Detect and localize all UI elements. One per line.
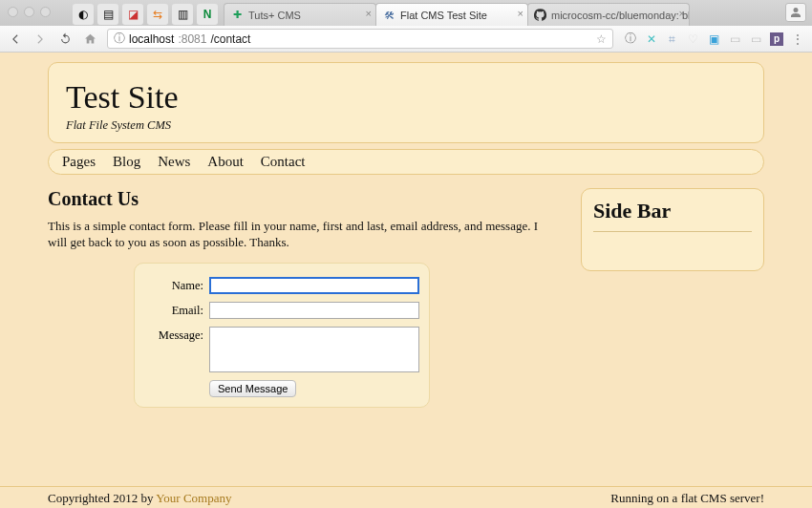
tab-github[interactable]: microcosm-cc/bluemonday: bl × bbox=[527, 3, 690, 26]
tab-tuts-cms[interactable]: ✚ Tuts+ CMS × bbox=[224, 3, 376, 26]
tab-label: microcosm-cc/bluemonday: bl bbox=[551, 10, 690, 21]
label-message: Message: bbox=[144, 327, 203, 343]
traffic-light-close[interactable] bbox=[8, 7, 18, 17]
sidebar-heading: Side Bar bbox=[593, 199, 752, 223]
bookmark-star-icon[interactable]: ☆ bbox=[596, 32, 607, 46]
url-port: :8081 bbox=[178, 32, 206, 46]
tab-flat-cms[interactable]: 🛠 Flat CMS Test Site × bbox=[375, 3, 528, 26]
profile-button[interactable] bbox=[785, 3, 806, 22]
footer: Copyrighted 2012 by Your Company Running… bbox=[0, 486, 812, 508]
home-icon bbox=[84, 32, 96, 45]
divider bbox=[593, 231, 752, 232]
ext-icon-1[interactable]: ⓘ bbox=[623, 32, 637, 46]
message-field[interactable] bbox=[209, 327, 419, 372]
nav-item-contact[interactable]: Contact bbox=[261, 154, 306, 170]
site-header: Test Site Flat File System CMS bbox=[48, 62, 764, 143]
tab-label: Flat CMS Test Site bbox=[400, 10, 487, 21]
pinned-tab-6[interactable]: N bbox=[197, 4, 218, 25]
url-host: localhost bbox=[129, 32, 174, 46]
traffic-light-minimize[interactable] bbox=[24, 7, 34, 17]
ext-icon-6[interactable]: ▭ bbox=[728, 32, 742, 46]
user-icon bbox=[790, 7, 801, 18]
label-email: Email: bbox=[144, 302, 203, 318]
forward-button[interactable] bbox=[32, 32, 48, 47]
pinned-tab-1[interactable]: ◐ bbox=[73, 4, 94, 25]
nav-item-news[interactable]: News bbox=[158, 154, 190, 170]
browser-chrome: ◐ ▤ ◪ ⇆ ▥ N ✚ Tuts+ CMS × 🛠 Flat CMS Tes… bbox=[0, 0, 812, 53]
tab-strip: ◐ ▤ ◪ ⇆ ▥ N ✚ Tuts+ CMS × 🛠 Flat CMS Tes… bbox=[0, 0, 812, 26]
url-path: /contact bbox=[210, 32, 250, 46]
pinned-tab-4[interactable]: ⇆ bbox=[147, 4, 168, 25]
email-field[interactable] bbox=[209, 302, 419, 319]
ext-icon-7[interactable]: ▭ bbox=[749, 32, 763, 46]
site-tagline: Flat File System CMS bbox=[66, 118, 746, 133]
extension-icons: ⓘ ✕ ⌗ ♡ ▣ ▭ ▭ p ⋮ bbox=[623, 32, 804, 46]
name-field[interactable] bbox=[209, 277, 419, 294]
toolbar: ⓘ localhost:8081/contact ☆ ⓘ ✕ ⌗ ♡ ▣ ▭ ▭… bbox=[0, 26, 812, 52]
page-intro: This is a simple contact form. Please fi… bbox=[48, 218, 560, 251]
nav-item-pages[interactable]: Pages bbox=[62, 154, 96, 170]
pinned-tab-2[interactable]: ▤ bbox=[97, 4, 118, 25]
traffic-light-zoom[interactable] bbox=[40, 7, 51, 17]
main-nav: Pages Blog News About Contact bbox=[48, 149, 764, 175]
ext-icon-4[interactable]: ♡ bbox=[686, 32, 700, 46]
close-icon[interactable]: × bbox=[366, 8, 372, 19]
pinned-tab-5[interactable]: ▥ bbox=[172, 4, 193, 25]
label-name: Name: bbox=[144, 277, 203, 293]
reload-button[interactable] bbox=[57, 32, 73, 47]
arrow-right-icon bbox=[33, 32, 47, 46]
footer-company-link[interactable]: Your Company bbox=[156, 491, 231, 505]
arrow-left-icon bbox=[9, 32, 22, 46]
content-area: Contact Us This is a simple contact form… bbox=[48, 188, 764, 408]
home-button[interactable] bbox=[82, 32, 97, 47]
favicon-icon: 🛠 bbox=[382, 9, 395, 22]
ext-icon-2[interactable]: ✕ bbox=[644, 32, 658, 46]
page-viewport: Test Site Flat File System CMS Pages Blo… bbox=[0, 53, 812, 508]
back-button[interactable] bbox=[8, 32, 23, 47]
footer-left: Copyrighted 2012 by Your Company bbox=[48, 491, 231, 506]
nav-item-about[interactable]: About bbox=[207, 154, 244, 170]
page-heading: Contact Us bbox=[48, 188, 560, 210]
send-button[interactable]: Send Message bbox=[209, 380, 296, 397]
footer-right: Running on a flat CMS server! bbox=[610, 491, 764, 506]
ext-icon-3[interactable]: ⌗ bbox=[665, 32, 679, 46]
reload-icon bbox=[59, 32, 72, 45]
main-column: Contact Us This is a simple contact form… bbox=[48, 188, 560, 408]
sidebar: Side Bar bbox=[581, 188, 764, 271]
nav-item-blog[interactable]: Blog bbox=[113, 154, 140, 170]
favicon-icon: ✚ bbox=[230, 9, 244, 22]
tab-label: Tuts+ CMS bbox=[248, 10, 301, 21]
contact-form: Name: Email: Message: Send Message bbox=[134, 263, 430, 408]
close-icon[interactable]: × bbox=[518, 8, 524, 19]
pinned-tab-3[interactable]: ◪ bbox=[122, 4, 143, 25]
window-controls bbox=[8, 7, 51, 17]
footer-copyright: Copyrighted 2012 by bbox=[48, 491, 156, 505]
pinned-tabs: ◐ ▤ ◪ ⇆ ▥ N bbox=[67, 3, 224, 26]
info-icon: ⓘ bbox=[114, 31, 125, 47]
menu-icon[interactable]: ⋮ bbox=[790, 32, 804, 46]
site-title: Test Site bbox=[66, 80, 746, 115]
close-icon[interactable]: × bbox=[679, 8, 685, 19]
ext-icon-5[interactable]: ▣ bbox=[707, 32, 721, 46]
address-bar[interactable]: ⓘ localhost:8081/contact ☆ bbox=[107, 29, 613, 49]
ext-icon-8[interactable]: p bbox=[770, 32, 783, 46]
github-icon bbox=[534, 9, 546, 22]
